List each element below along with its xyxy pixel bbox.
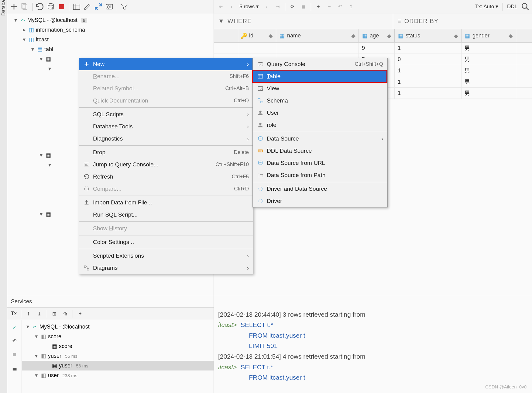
menu-item-label: Data Source xyxy=(267,135,299,142)
menu-item-data-source-from-path[interactable]: Data Source from Path xyxy=(253,169,387,181)
menu-item-driver[interactable]: Driver xyxy=(253,195,387,207)
menu-item-schema[interactable]: Schema xyxy=(253,95,387,107)
column-header-status[interactable]: ▦status◆ xyxy=(395,29,462,42)
expand-button[interactable]: ⤒ xyxy=(24,309,33,318)
tree-tables-folder[interactable]: ▾ ▤ tabl xyxy=(7,44,214,54)
cell-status[interactable]: 1 xyxy=(395,88,462,99)
driver-icon xyxy=(257,198,264,204)
cell-status[interactable]: 1 xyxy=(395,76,462,87)
edit-button[interactable] xyxy=(83,2,92,12)
jump-button[interactable] xyxy=(94,2,103,12)
stop-button[interactable] xyxy=(57,2,67,12)
menu-item-scripted-extensions[interactable]: Scripted Extensions› xyxy=(79,250,253,262)
menu-item-diagnostics[interactable]: Diagnostics› xyxy=(79,133,253,145)
collapse-button[interactable]: ⤓ xyxy=(35,309,44,318)
services-sidebar: ✓ ↶ ◼ ▃ xyxy=(7,320,22,393)
svc-ms: 56 ms xyxy=(76,363,88,368)
ql-button[interactable]: QL xyxy=(105,2,114,12)
sort-icon[interactable]: ◆ xyxy=(269,33,273,39)
svg-rect-11 xyxy=(87,269,89,270)
cell-age[interactable]: 9 xyxy=(359,43,395,54)
sort-icon[interactable]: ◆ xyxy=(454,33,458,39)
filter-button[interactable] xyxy=(119,2,129,12)
menu-item-jump-to-query-console-[interactable]: QLJump to Query Console...Ctrl+Shift+F10 xyxy=(79,158,253,171)
cell-gender[interactable]: 男 xyxy=(462,88,516,99)
check-icon[interactable]: ✓ xyxy=(10,322,19,332)
sort-icon[interactable]: ◆ xyxy=(387,33,391,39)
svc-item-score[interactable]: ▾◧score xyxy=(22,332,214,341)
cell-id[interactable] xyxy=(238,43,276,54)
undo-button[interactable]: ↶ xyxy=(10,336,19,346)
tree-root[interactable]: ▾ MySQL - @localhost 9 xyxy=(7,15,214,25)
menu-item-role[interactable]: role xyxy=(253,119,387,131)
table-button[interactable] xyxy=(72,2,81,12)
menu-item-label: Color Settings... xyxy=(93,239,134,245)
sidebar-database-tab[interactable]: Databa xyxy=(0,0,7,393)
svc-item-score[interactable]: ▦score xyxy=(22,341,214,351)
menu-item-view[interactable]: View xyxy=(253,82,387,95)
layout-button[interactable]: ▃ xyxy=(10,363,19,372)
cell-status[interactable]: 1 xyxy=(395,65,462,76)
next-page-button: › xyxy=(262,2,272,12)
chevron-down-icon: ▾ xyxy=(33,373,39,378)
ddl-icon: DDL xyxy=(257,148,264,154)
tree-schema-itcast[interactable]: ▾ ◫ itcast xyxy=(7,35,214,44)
menu-item-user[interactable]: User xyxy=(253,107,387,119)
add-button[interactable]: + xyxy=(75,309,85,318)
menu-item-drop[interactable]: DropDelete xyxy=(79,146,253,158)
search-button[interactable] xyxy=(520,2,530,12)
tx-label: Tx xyxy=(9,311,19,317)
ddl-button[interactable]: DDL xyxy=(505,4,519,10)
console-line: [2024-02-13 21:01:54] 4 rows retrieved s… xyxy=(218,353,365,360)
chevron-down-icon: ▾ xyxy=(30,47,35,52)
menu-item-query-console[interactable]: QLQuery ConsoleCtrl+Shift+Q xyxy=(253,58,387,70)
menu-item-color-settings-[interactable]: Color Settings... xyxy=(79,236,253,248)
grid-button[interactable]: ⊞ xyxy=(50,309,59,318)
cell-gender[interactable]: 男 xyxy=(462,43,516,54)
where-filter[interactable]: ▼WHERE xyxy=(214,13,393,29)
tx-mode[interactable]: Tx: Auto ▾ xyxy=(473,3,500,10)
menu-item-data-source[interactable]: Data Source› xyxy=(253,133,387,145)
svc-tree-root[interactable]: ▾ MySQL - @localhost xyxy=(22,322,214,332)
svc-item-user[interactable]: ▾◧user238 ms xyxy=(22,370,214,380)
add-row-button[interactable]: + xyxy=(314,2,323,12)
menu-item-data-source-from-url[interactable]: Data Source from URL xyxy=(253,157,387,169)
column-header-gender[interactable]: ▦gender◆ xyxy=(462,29,516,42)
cell-status[interactable]: 1 xyxy=(395,43,462,54)
cell-status[interactable]: 0 xyxy=(395,54,462,65)
rows-label[interactable]: 5 rows ▾ xyxy=(238,3,261,10)
column-header-name[interactable]: ▦name◆ xyxy=(276,29,359,42)
refresh-button[interactable] xyxy=(35,2,45,12)
menu-item-driver-and-data-source[interactable]: Driver and Data Source xyxy=(253,183,387,195)
blank-icon xyxy=(83,149,90,156)
menu-item-refresh[interactable]: RefreshCtrl+F5 xyxy=(79,171,253,183)
orderby-filter[interactable]: ≡ORDER BY xyxy=(393,13,443,29)
column-header-id[interactable]: 🔑id◆ xyxy=(238,29,276,42)
cell-gender[interactable]: 男 xyxy=(462,76,516,87)
sort-icon[interactable]: ◆ xyxy=(509,33,513,39)
menu-item-label: Show History xyxy=(93,225,127,232)
add-button[interactable] xyxy=(9,2,19,12)
cell-name[interactable] xyxy=(276,43,359,54)
chevron-down-icon: ▾ xyxy=(47,162,52,168)
column-header-age[interactable]: ▦age◆ xyxy=(359,29,395,42)
tree-schema-info[interactable]: ▸ ◫ information_schema xyxy=(7,25,214,35)
menu-item-table[interactable]: Table xyxy=(253,70,387,82)
svc-item-yuser[interactable]: ▾◧yuser56 ms xyxy=(22,351,214,361)
manage-button[interactable] xyxy=(46,2,56,12)
menu-item-run-sql-script-[interactable]: Run SQL Script... xyxy=(79,209,253,221)
menu-item-sql-scripts[interactable]: SQL Scripts› xyxy=(79,108,253,120)
table-row[interactable]: 91男 xyxy=(214,43,532,54)
cell-gender[interactable]: 男 xyxy=(462,65,516,76)
menu-item-database-tools[interactable]: Database Tools› xyxy=(79,120,253,133)
bookmark-button[interactable]: ⟰ xyxy=(60,309,70,318)
menu-item-new[interactable]: New› xyxy=(79,58,253,70)
menu-item-diagrams[interactable]: Diagrams› xyxy=(79,262,253,274)
svc-item-yuser[interactable]: ▦yuser56 ms xyxy=(22,361,214,370)
sort-icon[interactable]: ◆ xyxy=(351,33,355,39)
menu-item-import-data-from-file-[interactable]: Import Data from File... xyxy=(79,196,253,209)
reload-button[interactable]: ⟳ xyxy=(288,2,297,12)
cell-gender[interactable]: 男 xyxy=(462,54,516,65)
svc-root-label: MySQL - @localhost xyxy=(39,324,90,330)
menu-item-ddl-data-source[interactable]: DDLDDL Data Source xyxy=(253,145,387,157)
